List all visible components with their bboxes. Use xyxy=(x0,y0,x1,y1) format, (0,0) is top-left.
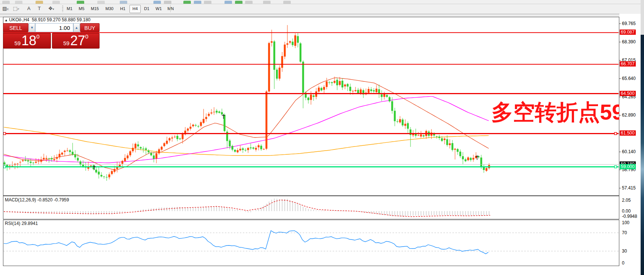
candle-body xyxy=(135,144,137,148)
candle-body xyxy=(321,88,323,90)
candle-body xyxy=(475,156,477,158)
timeframe-button-h1[interactable]: H1 xyxy=(117,5,128,12)
candle-body xyxy=(250,148,252,148)
clipped-toolbar-icon[interactable] xyxy=(153,1,161,4)
candle-body xyxy=(203,119,205,123)
clipped-toolbar-icon[interactable] xyxy=(225,1,232,4)
volume-increase-button[interactable]: ▲ xyxy=(73,23,80,32)
clipped-toolbar-icon[interactable] xyxy=(15,1,22,4)
candle-body xyxy=(33,163,34,163)
clipped-toolbar-icon[interactable] xyxy=(283,1,291,4)
price-tick-mark xyxy=(619,170,621,170)
candle-body xyxy=(444,139,446,140)
rsi-line xyxy=(4,231,488,254)
collapse-arrow-icon[interactable]: ▲ xyxy=(4,18,8,22)
price-tick-label: 69.765 xyxy=(622,21,636,26)
candle-body xyxy=(234,150,236,152)
candle-body xyxy=(195,125,197,126)
candle-body xyxy=(74,154,76,157)
candle-body xyxy=(56,157,58,159)
clipped-toolbar-icon[interactable] xyxy=(120,1,127,4)
candle-body xyxy=(17,164,19,164)
clipped-toolbar-icon[interactable] xyxy=(164,1,171,4)
candle-body xyxy=(391,101,393,111)
toolbar-grip[interactable] xyxy=(62,6,63,12)
top-toolbar-row-clipped xyxy=(0,0,644,4)
hline-handle[interactable] xyxy=(3,132,6,135)
rsi-canvas[interactable] xyxy=(3,220,619,265)
clipped-toolbar-icon[interactable] xyxy=(263,1,271,4)
sell-price-pips: 18 xyxy=(21,34,36,47)
timeframe-button-h4[interactable]: H4 xyxy=(129,5,141,13)
sell-price-panel[interactable]: 59 18 0 xyxy=(3,33,51,49)
candle-body xyxy=(95,170,97,172)
clipped-toolbar-icon[interactable] xyxy=(36,1,43,4)
volume-input[interactable] xyxy=(35,23,73,32)
candle-body xyxy=(98,172,100,174)
candle-body xyxy=(192,125,194,126)
style-pencil-tool-icon[interactable]: ▨E xyxy=(1,5,10,12)
ma-fast-line xyxy=(4,78,489,170)
text-label-tool-icon[interactable]: A xyxy=(25,5,33,12)
clipped-toolbar-icon[interactable] xyxy=(194,1,201,4)
candle-body xyxy=(423,135,425,136)
candle-body xyxy=(397,121,399,122)
candle-body xyxy=(247,148,249,150)
candle-body xyxy=(276,69,278,78)
volume-decrease-button[interactable]: ▼ xyxy=(29,23,35,32)
macd-axis-label: 0.00 xyxy=(622,208,631,214)
candle-body xyxy=(410,130,412,135)
timeframe-button-m5[interactable]: M5 xyxy=(76,5,87,12)
clipped-toolbar-icon[interactable] xyxy=(52,1,60,4)
candle-body xyxy=(174,137,176,137)
sell-button[interactable]: SELL xyxy=(3,23,28,32)
style-pencil-tool-sub: E xyxy=(7,7,9,11)
timeframe-button-m30[interactable]: M30 xyxy=(103,5,116,12)
candle-body xyxy=(43,158,45,160)
clipped-toolbar-icon[interactable] xyxy=(97,1,105,4)
candle-body xyxy=(274,41,275,70)
price-tick-mark xyxy=(619,152,621,152)
hline-handle[interactable] xyxy=(614,132,617,135)
text-box-tool-icon[interactable]: T xyxy=(35,5,43,12)
timeframe-button-m15[interactable]: M15 xyxy=(88,5,101,12)
candle-body xyxy=(258,145,260,147)
clipped-toolbar-icon[interactable] xyxy=(183,1,191,4)
candle-body xyxy=(190,127,192,129)
clipped-toolbar-icon[interactable] xyxy=(204,1,211,4)
clipped-toolbar-icon[interactable] xyxy=(245,1,253,4)
chart-annotation-text[interactable]: 多空转折点59 xyxy=(491,98,624,127)
timeframe-button-d1[interactable]: D1 xyxy=(141,5,152,12)
candle-body xyxy=(350,87,351,91)
timeframe-button-mn[interactable]: MN xyxy=(165,5,176,12)
grid-properties-tool-glyph: ⬚ xyxy=(13,6,17,11)
candle-body xyxy=(368,89,370,93)
candle-body xyxy=(326,81,328,87)
candle-body xyxy=(137,145,139,146)
macd-canvas[interactable] xyxy=(3,196,619,218)
timeframe-button-w1[interactable]: W1 xyxy=(153,5,164,12)
rsi-axis-label: 0 xyxy=(622,260,625,266)
arrange-arrows-tool-icon[interactable]: ✥▾ xyxy=(47,5,55,12)
candle-body xyxy=(352,91,354,91)
quote-open: 58.910 xyxy=(32,17,46,22)
price-badge-69.087: 69.087 xyxy=(620,30,636,35)
style-pencil-tool-glyph: ▨ xyxy=(2,6,7,11)
buy-button[interactable]: BUY xyxy=(80,23,100,32)
rsi-axis-label: 100 xyxy=(622,220,629,225)
candle-body xyxy=(229,140,231,146)
grid-properties-tool-icon[interactable]: ⬚F xyxy=(12,5,20,12)
clipped-toolbar-icon[interactable] xyxy=(235,1,242,4)
arrange-arrows-tool-sub: ▾ xyxy=(52,7,54,11)
candle-body xyxy=(237,150,239,152)
rsi-axis-label: 70 xyxy=(622,230,627,235)
price-axis[interactable]: 69.76568.39067.01565.64064.26562.89060.1… xyxy=(619,14,641,266)
hline-handle[interactable] xyxy=(614,166,617,168)
candle-body xyxy=(418,135,419,136)
clipped-toolbar-icon[interactable] xyxy=(77,1,84,4)
buy-price-panel[interactable]: 59 27 0 xyxy=(52,33,100,49)
hline-handle[interactable] xyxy=(3,166,6,168)
clipped-toolbar-icon[interactable] xyxy=(2,1,10,4)
candle-body xyxy=(467,157,469,160)
timeframe-button-m1[interactable]: M1 xyxy=(64,5,75,12)
